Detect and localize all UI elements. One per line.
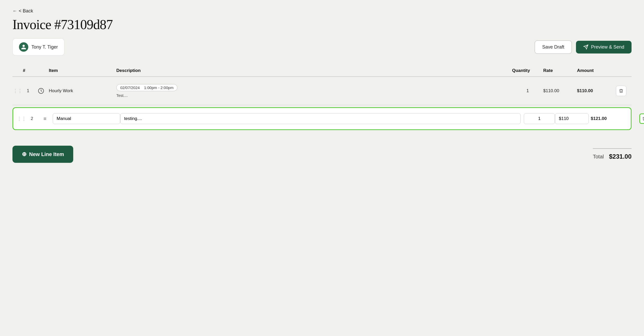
quantity-input[interactable]	[524, 113, 555, 124]
clock-icon	[33, 88, 49, 94]
page-title: Invoice #73109d87	[12, 17, 632, 32]
preview-send-button[interactable]: Preview & Send	[576, 41, 632, 53]
header-item: Item	[49, 68, 116, 73]
total-section: Total $231.00	[593, 148, 632, 160]
client-badge[interactable]: Tony T. Tiger	[12, 38, 64, 56]
row-number-2: 2	[27, 116, 37, 121]
header-row: Tony T. Tiger Save Draft Preview & Send	[12, 38, 632, 56]
drag-handle-1[interactable]: ⋮⋮	[12, 88, 23, 94]
description-cell-1: 02/07/2024 1:00pm - 2:00pm Test....	[116, 84, 512, 98]
back-label: < Back	[19, 8, 33, 14]
header-description: Description	[116, 68, 512, 73]
editable-row: ⋮⋮ 2 ≡ $121.00	[12, 107, 632, 130]
delete-button-2[interactable]	[639, 113, 644, 124]
header-hash: #	[23, 68, 33, 73]
table-row: ⋮⋮ 1 Hourly Work 02/07/2024 1:00pm - 2:0…	[12, 77, 632, 105]
trash-icon-2	[642, 116, 644, 121]
drag-handle-2[interactable]: ⋮⋮	[16, 116, 27, 122]
rate-1: $110.00	[543, 88, 577, 93]
rate-input[interactable]	[555, 113, 589, 124]
quantity-1: 1	[512, 88, 543, 93]
item-name-1: Hourly Work	[49, 88, 116, 93]
row-number-1: 1	[23, 88, 33, 93]
item-input[interactable]	[53, 113, 120, 124]
total-label: Total	[593, 154, 604, 160]
total-amount: $231.00	[609, 153, 632, 160]
amount-2: $121.00	[589, 116, 628, 121]
save-draft-button[interactable]: Save Draft	[535, 41, 572, 54]
header-rate: Rate	[543, 68, 577, 73]
equals-icon: ≡	[37, 116, 53, 122]
header-actions: Save Draft Preview & Send	[535, 41, 632, 54]
plus-icon: ⊕	[22, 151, 26, 158]
send-icon	[583, 44, 588, 50]
delete-button-1[interactable]	[616, 86, 626, 96]
total-area: Total $231.00	[593, 148, 632, 160]
client-name: Tony T. Tiger	[31, 44, 58, 50]
back-button[interactable]: ← < Back	[12, 8, 33, 14]
description-input-cell	[120, 113, 524, 124]
amount-1: $110.00	[577, 88, 616, 93]
header-amount: Amount	[577, 68, 616, 73]
avatar	[19, 42, 28, 52]
new-line-item-button[interactable]: ⊕ New Line Item	[12, 146, 73, 163]
description-text-1: Test....	[116, 93, 512, 98]
footer-row: ⊕ New Line Item Total $231.00	[12, 146, 632, 163]
rate-input-cell	[555, 113, 589, 124]
back-icon: ←	[12, 8, 17, 14]
item-input-cell	[53, 113, 120, 124]
header-quantity: Quantity	[512, 68, 543, 73]
table-header: # Item Description Quantity Rate Amount	[12, 65, 632, 77]
date-badge: 02/07/2024 1:00pm - 2:00pm	[116, 84, 177, 91]
trash-icon	[619, 89, 623, 93]
description-input[interactable]	[120, 113, 521, 124]
quantity-input-cell	[524, 113, 555, 124]
